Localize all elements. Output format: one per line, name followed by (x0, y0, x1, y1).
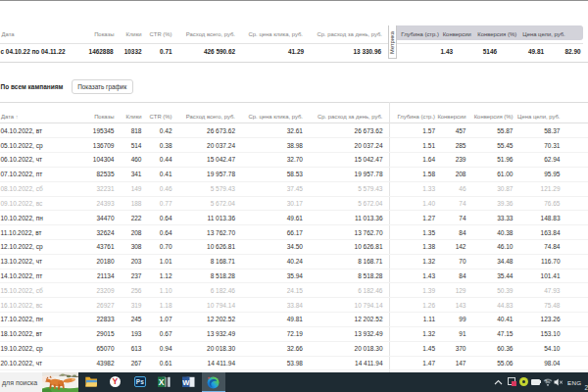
svg-text:X: X (159, 377, 165, 387)
svg-text:*: * (545, 378, 548, 385)
svg-text:W: W (182, 377, 190, 386)
